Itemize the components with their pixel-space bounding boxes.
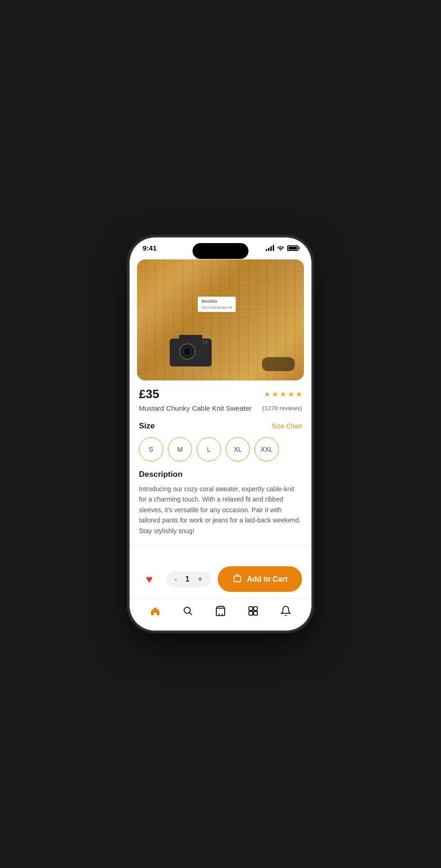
product-price: £35 xyxy=(139,387,159,401)
size-label: Size xyxy=(139,421,155,431)
camera-prop xyxy=(170,339,212,366)
size-header: Size Size Chart xyxy=(139,421,302,431)
phone-screen: 9:41 xyxy=(130,237,311,631)
svg-point-3 xyxy=(222,614,223,615)
search-icon xyxy=(182,605,193,619)
camera-top xyxy=(179,335,202,339)
product-content: Bershka XS-S USA M Mex 28 £35 xyxy=(130,256,311,560)
reviews-count: (1278 reviews) xyxy=(262,405,302,412)
action-bar: ♥ - 1 + Add to Cart xyxy=(130,560,311,598)
categories-icon xyxy=(248,605,259,619)
nav-item-cart[interactable] xyxy=(210,604,231,621)
battery-fill xyxy=(289,247,297,250)
svg-rect-6 xyxy=(249,611,253,615)
price-rating-row: £35 ★ ★ ★ ★ ★ xyxy=(139,387,302,401)
star-2: ★ xyxy=(272,390,278,399)
svg-rect-7 xyxy=(254,611,257,615)
star-4: ★ xyxy=(288,390,294,399)
bell-icon xyxy=(280,605,291,619)
nav-item-search[interactable] xyxy=(178,604,198,621)
camera-display xyxy=(202,340,208,344)
star-5: ★ xyxy=(296,390,302,399)
svg-rect-4 xyxy=(249,607,253,610)
svg-rect-0 xyxy=(234,576,241,582)
star-1: ★ xyxy=(264,390,270,399)
size-options: S M L XL XXL xyxy=(139,437,302,461)
star-3: ★ xyxy=(280,390,286,399)
size-btn-m[interactable]: M xyxy=(168,437,192,461)
brand-tag: Bershka XS-S USA M Mex 28 xyxy=(198,297,235,312)
cart-icon xyxy=(215,605,226,619)
signal-bars-icon xyxy=(266,245,274,251)
quantity-increase-button[interactable]: + xyxy=(198,575,203,583)
signal-bar-4 xyxy=(273,245,274,251)
nav-item-categories[interactable] xyxy=(243,604,263,621)
quantity-decrease-button[interactable]: - xyxy=(174,575,177,583)
product-info: £35 ★ ★ ★ ★ ★ Mustard Chunky Cable Knit … xyxy=(130,380,311,412)
size-btn-l[interactable]: L xyxy=(197,437,221,461)
product-name-reviews: Mustard Chunky Cable Knit Sweater (1278 … xyxy=(139,404,302,412)
bottom-nav xyxy=(130,598,311,631)
sweater-background: Bershka XS-S USA M Mex 28 xyxy=(137,259,304,380)
nav-item-notifications[interactable] xyxy=(276,604,296,621)
brand-size: XS-S USA M Mex 28 xyxy=(201,306,232,309)
size-btn-xxl[interactable]: XXL xyxy=(255,437,279,461)
status-icons xyxy=(266,244,298,252)
heart-icon: ♥ xyxy=(146,573,152,586)
battery-icon xyxy=(287,245,298,251)
description-title: Description xyxy=(139,470,302,479)
product-name: Mustard Chunky Cable Knit Sweater xyxy=(139,404,252,412)
phone-frame: 9:41 xyxy=(130,237,311,631)
sunglasses-prop xyxy=(262,357,295,371)
home-icon xyxy=(150,605,161,619)
size-btn-s[interactable]: S xyxy=(139,437,163,461)
description-text: Introducing our cozy coral sweater, expe… xyxy=(139,484,302,536)
quantity-control: - 1 + xyxy=(166,571,211,587)
svg-point-2 xyxy=(219,614,220,615)
svg-rect-5 xyxy=(254,607,257,610)
divider xyxy=(130,545,311,546)
signal-bar-2 xyxy=(268,248,269,251)
size-section: Size Size Chart S M L XL XXL xyxy=(130,421,311,461)
nav-item-home[interactable] xyxy=(145,604,165,621)
product-image: Bershka XS-S USA M Mex 28 xyxy=(137,259,304,380)
status-time: 9:41 xyxy=(143,244,157,252)
add-to-cart-button[interactable]: Add to Cart xyxy=(218,566,302,592)
stars-container: ★ ★ ★ ★ ★ xyxy=(264,390,302,399)
size-chart-link[interactable]: Size Chart xyxy=(272,422,302,430)
description-section: Description Introducing our cozy coral s… xyxy=(130,470,311,536)
size-btn-xl[interactable]: XL xyxy=(226,437,250,461)
wifi-icon xyxy=(277,244,284,252)
wishlist-button[interactable]: ♥ xyxy=(139,569,159,590)
add-to-cart-label: Add to Cart xyxy=(247,575,288,583)
dynamic-island xyxy=(193,243,248,259)
signal-bar-3 xyxy=(270,246,272,251)
quantity-value: 1 xyxy=(184,575,191,583)
brand-name: Bershka xyxy=(201,299,217,304)
signal-bar-1 xyxy=(266,249,267,251)
camera-lens xyxy=(179,343,196,360)
cart-bag-icon xyxy=(232,573,242,585)
